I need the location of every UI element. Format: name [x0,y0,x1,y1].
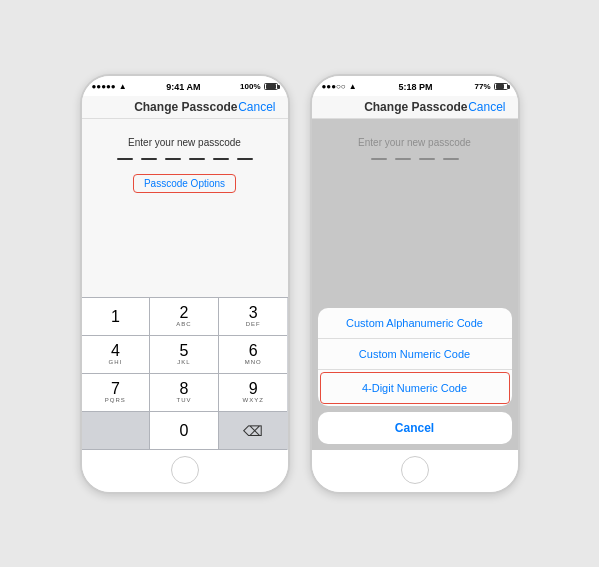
key-backspace[interactable]: ⌫ [219,412,288,450]
home-button-area-2 [312,450,518,492]
action-sheet-overlay: Custom Alphanumeric Code Custom Numeric … [312,119,518,450]
battery-label-2: 77% [474,82,490,91]
backspace-icon: ⌫ [243,423,263,439]
nav-title-1: Change Passcode [134,100,237,114]
battery-fill-2 [496,84,504,89]
passcode-dashes-1 [117,158,253,160]
dash-2 [141,158,157,160]
key-9[interactable]: 9 WXYZ [219,374,288,412]
signal-icon-2: ●●●○○ [322,82,346,91]
dash-3 [165,158,181,160]
passcode-area-1: Enter your new passcode Passcode Options [82,119,288,297]
nav-bar-2: Change Passcode Cancel [312,96,518,119]
phone-1: ●●●●● ▲ 9:41 AM 100% Change Passcode Can… [80,74,290,494]
key-7[interactable]: 7 PQRS [82,374,151,412]
status-bar-1: ●●●●● ▲ 9:41 AM 100% [82,76,288,96]
status-right-1: 100% [240,82,277,91]
keypad-1: 1 2 ABC 3 DEF 4 GHI 5 JKL 6 MNO [82,297,288,450]
home-button-1[interactable] [171,456,199,484]
battery-label-1: 100% [240,82,260,91]
action-custom-numeric[interactable]: Custom Numeric Code [318,339,512,370]
key-8[interactable]: 8 TUV [150,374,219,412]
action-4digit-numeric[interactable]: 4-Digit Numeric Code [320,372,510,404]
status-right-2: 77% [474,82,507,91]
dash-4 [189,158,205,160]
battery-fill-1 [266,84,276,89]
nav-title-2: Change Passcode [364,100,467,114]
signal-icon: ●●●●● [92,82,116,91]
status-bar-2: ●●●○○ ▲ 5:18 PM 77% [312,76,518,96]
cancel-button-1[interactable]: Cancel [238,100,275,114]
wifi-icon-2: ▲ [349,82,357,91]
action-sheet: Custom Alphanumeric Code Custom Numeric … [318,308,512,406]
key-1[interactable]: 1 [82,298,151,336]
nav-bar-1: Change Passcode Cancel [82,96,288,119]
key-4[interactable]: 4 GHI [82,336,151,374]
phone-2: ●●●○○ ▲ 5:18 PM 77% Change Passcode Canc… [310,74,520,494]
cancel-button-2[interactable]: Cancel [468,100,505,114]
key-0[interactable]: 0 [150,412,219,450]
battery-icon-2 [494,83,508,90]
status-time-2: 5:18 PM [399,82,433,92]
dash-1 [117,158,133,160]
action-sheet-cancel-button[interactable]: Cancel [318,412,512,444]
passcode-prompt-1: Enter your new passcode [128,137,241,148]
dash-6 [237,158,253,160]
key-6[interactable]: 6 MNO [219,336,288,374]
action-custom-alphanumeric[interactable]: Custom Alphanumeric Code [318,308,512,339]
key-5[interactable]: 5 JKL [150,336,219,374]
wifi-icon: ▲ [119,82,127,91]
passcode-options-button[interactable]: Passcode Options [133,174,236,193]
status-left-2: ●●●○○ ▲ [322,82,357,91]
phones-container: ●●●●● ▲ 9:41 AM 100% Change Passcode Can… [80,74,520,494]
key-empty [82,412,151,450]
key-2[interactable]: 2 ABC [150,298,219,336]
home-button-area-1 [82,450,288,492]
dash-5 [213,158,229,160]
status-time-1: 9:41 AM [166,82,200,92]
battery-icon-1 [264,83,278,90]
status-left-1: ●●●●● ▲ [92,82,127,91]
passcode-area-2: Enter your new passcode Custom Alphanume… [312,119,518,450]
key-3[interactable]: 3 DEF [219,298,288,336]
home-button-2[interactable] [401,456,429,484]
